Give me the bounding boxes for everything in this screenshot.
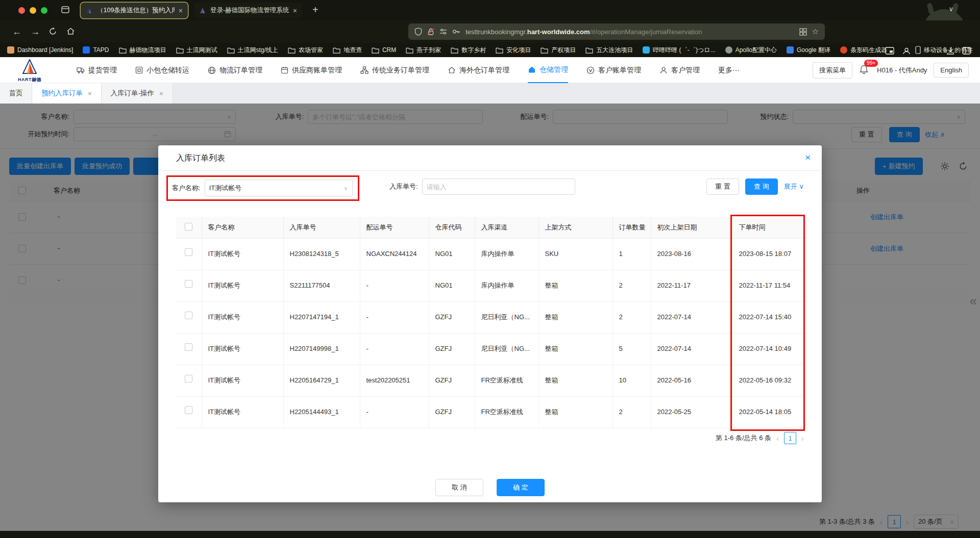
prev-page-icon[interactable]: ‹ bbox=[776, 434, 779, 443]
modal-expand-link[interactable]: 展开 ∨ bbox=[784, 182, 804, 191]
close-tab-icon[interactable]: × bbox=[179, 7, 183, 15]
tab-inbound-operate[interactable]: 入库订单-操作× bbox=[102, 83, 173, 104]
bookmark-item[interactable]: Apollo配置中心 bbox=[725, 46, 777, 55]
bookmark-folder[interactable]: 地查查 bbox=[333, 46, 362, 55]
key-icon[interactable] bbox=[452, 28, 460, 35]
close-tab-icon[interactable]: × bbox=[88, 90, 92, 97]
grid-icon[interactable] bbox=[799, 28, 807, 36]
table-row[interactable]: IT测试帐号S2211177504-NG01库内操作单整箱22022-11-17… bbox=[176, 270, 804, 301]
notifications[interactable]: 99+ bbox=[859, 64, 870, 77]
bookmark-star-icon[interactable]: ☆ bbox=[812, 27, 819, 36]
bookmark-item[interactable]: Dashboard [Jenkins] bbox=[7, 46, 73, 54]
nav-item-pickup[interactable]: 提货管理 bbox=[77, 57, 117, 83]
forward-icon[interactable]: → bbox=[31, 26, 40, 37]
nav-item-traditional-order[interactable]: 传统业务订单管理 bbox=[360, 57, 429, 83]
chevron-down-icon: ∨ bbox=[344, 185, 348, 192]
browser-tab-2[interactable]: 登录-赫德国际物流管理系统后台 × bbox=[194, 3, 302, 18]
url-bar[interactable]: testtrunkbookingmgr.hart-worldwide.com/#… bbox=[408, 23, 825, 40]
col-first-shelf-date: 初次上架日期 bbox=[651, 217, 732, 238]
firefox-view-icon[interactable] bbox=[60, 5, 70, 15]
nav-item-customer[interactable]: 客户管理 bbox=[659, 57, 700, 83]
col-inbound-no: 入库单号 bbox=[283, 217, 360, 238]
cancel-button[interactable]: 取 消 bbox=[435, 479, 483, 496]
row-checkbox[interactable] bbox=[185, 375, 192, 382]
table-row[interactable]: IT测试帐号H2205164729_1test202205251GZFJFR空派… bbox=[176, 365, 804, 396]
inbound-input[interactable] bbox=[427, 183, 571, 191]
pip-icon[interactable] bbox=[885, 47, 894, 55]
bookmark-folder[interactable]: 赫德物流项目 bbox=[119, 46, 166, 55]
modal-reset-button[interactable]: 重 置 bbox=[706, 178, 739, 195]
bookmark-folder[interactable]: 农场管家 bbox=[288, 46, 323, 55]
account-icon[interactable] bbox=[902, 47, 911, 55]
tab-reservation-inbound[interactable]: 预约入库订单× bbox=[32, 83, 102, 104]
next-page-icon[interactable]: › bbox=[801, 434, 804, 443]
nav-item-parcel[interactable]: 小包仓储转运 bbox=[135, 57, 189, 83]
nav-item-warehouse[interactable]: 仓储管理 bbox=[528, 57, 568, 83]
reload-icon[interactable] bbox=[48, 27, 57, 36]
close-tab-icon[interactable]: × bbox=[293, 7, 297, 15]
hart-favicon-icon bbox=[86, 7, 93, 14]
shield-icon[interactable] bbox=[414, 28, 422, 36]
modal-search-button[interactable]: 查 询 bbox=[745, 178, 778, 195]
permissions-sliders-icon[interactable] bbox=[439, 28, 447, 35]
new-tab-button[interactable]: + bbox=[312, 4, 318, 16]
tab-home[interactable]: 首页 bbox=[0, 83, 32, 104]
row-checkbox[interactable] bbox=[185, 406, 192, 414]
bookmark-item[interactable]: TAPD bbox=[83, 46, 109, 54]
nav-item-customer-bill[interactable]: 客户账单管理 bbox=[586, 57, 641, 83]
home-icon[interactable] bbox=[66, 27, 75, 36]
table-row[interactable]: IT测试帐号H2308124318_5NGAXCN244124NG01库内操作单… bbox=[176, 238, 804, 270]
nav-item-overseas-order[interactable]: 海外仓订单管理 bbox=[448, 57, 509, 83]
back-icon[interactable]: ← bbox=[12, 26, 21, 37]
browser-tab-active[interactable]: （109条推送信息）预约入库订单 × bbox=[81, 3, 188, 18]
bookmark-item[interactable]: 条形码生成器 bbox=[840, 46, 887, 55]
close-icon[interactable]: × bbox=[805, 152, 811, 163]
zoom-window-button[interactable] bbox=[41, 7, 47, 14]
table-row[interactable]: IT测试帐号H2207149998_1-GZFJ尼日利亚（NG...整箱5202… bbox=[176, 333, 804, 365]
table-row[interactable]: IT测试帐号H2205144493_1-GZFJFR空派标准线整箱22022-0… bbox=[176, 396, 804, 428]
globe-icon bbox=[208, 66, 216, 74]
close-tab-icon[interactable]: × bbox=[159, 90, 163, 97]
bookmark-folder[interactable]: 产权项目 bbox=[541, 46, 576, 55]
row-checkbox[interactable] bbox=[185, 248, 192, 256]
close-window-button[interactable] bbox=[18, 7, 25, 14]
search-menu-button[interactable]: 搜索菜单 bbox=[813, 62, 852, 79]
hart-logo[interactable]: HART赫德 bbox=[13, 59, 46, 83]
barcode-generator-icon bbox=[840, 46, 847, 54]
bookmark-folder[interactable]: CRM bbox=[372, 46, 396, 54]
page-number[interactable]: 1 bbox=[784, 432, 796, 444]
nav-item-more[interactable]: 更多··· bbox=[718, 57, 740, 83]
customer-select[interactable]: IT测试帐号∨ bbox=[205, 180, 353, 197]
language-button[interactable]: English bbox=[934, 63, 969, 78]
select-all-checkbox[interactable] bbox=[185, 223, 192, 230]
bookmark-item[interactable]: 哔哩哔哩 (゜-゜)つロ... bbox=[643, 46, 715, 55]
table-header-row: 客户名称 入库单号 配运单号 仓库代码 入库渠道 上架方式 订单数量 初次上架日… bbox=[176, 217, 804, 238]
modal-title: 入库订单列表 bbox=[176, 145, 225, 171]
bookmark-folder[interactable]: 土流网测试 bbox=[176, 46, 217, 55]
chevron-down-icon[interactable]: ∨ bbox=[948, 5, 953, 13]
sidebar-icon[interactable] bbox=[962, 47, 971, 55]
minimize-window-button[interactable] bbox=[30, 7, 36, 14]
insecure-lock-icon[interactable] bbox=[427, 28, 434, 36]
bookmark-folder[interactable]: 燕子到家 bbox=[406, 46, 441, 55]
downloads-icon[interactable] bbox=[946, 47, 954, 55]
tapd-icon bbox=[83, 46, 90, 54]
table-row[interactable]: IT测试帐号H2207147194_1-GZFJ尼日利亚（NG...整箱2202… bbox=[176, 301, 804, 333]
row-checkbox[interactable] bbox=[185, 343, 192, 351]
bookmark-folder[interactable]: 安化项目 bbox=[496, 46, 531, 55]
row-checkbox[interactable] bbox=[185, 280, 192, 288]
bookmark-folder[interactable]: 五大连池项目 bbox=[585, 46, 633, 55]
bookmark-item[interactable]: Google 翻译 bbox=[787, 46, 830, 55]
bookmark-folder[interactable]: 土流网stg/线上 bbox=[227, 46, 278, 55]
window-controls[interactable] bbox=[18, 7, 47, 14]
nav-item-supplier-bill[interactable]: 供应商账单管理 bbox=[281, 57, 342, 83]
bookmark-folder[interactable]: 数字乡村 bbox=[451, 46, 486, 55]
user-name[interactable]: H016 - 代伟Andy bbox=[877, 66, 927, 75]
bookmarks-bar: Dashboard [Jenkins] TAPD 赫德物流项目 土流网测试 土流… bbox=[0, 43, 980, 57]
row-checkbox[interactable] bbox=[185, 312, 192, 319]
url-text[interactable]: testtrunkbookingmgr.hart-worldwide.com/#… bbox=[465, 28, 794, 36]
folder-icon bbox=[541, 47, 548, 54]
col-warehouse: 仓库代码 bbox=[429, 217, 475, 238]
nav-item-logistics-order[interactable]: 物流订单管理 bbox=[208, 57, 262, 83]
ok-button[interactable]: 确 定 bbox=[497, 479, 545, 496]
